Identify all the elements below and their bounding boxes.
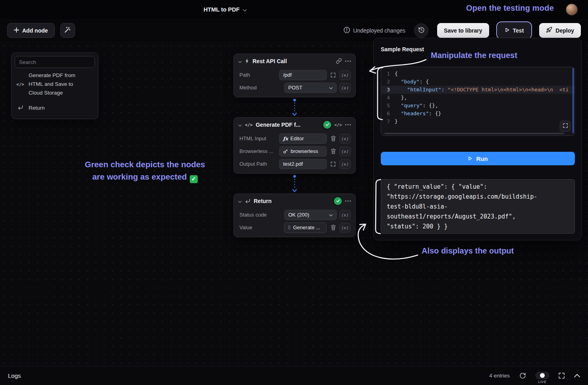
palette-item-generate-pdf[interactable]: </> Generate PDF from HTML and Save to C… — [15, 68, 95, 101]
annotation-open-testing-mode: Open the testing mode — [466, 4, 554, 13]
search-input[interactable] — [15, 56, 95, 68]
trash-icon[interactable] — [330, 148, 337, 154]
line-number: 1 — [381, 70, 395, 78]
save-to-library-label: Save to library — [444, 27, 482, 34]
undeployed-changes-label: Undeployed changes — [353, 27, 406, 34]
run-button[interactable]: Run — [381, 152, 575, 165]
info-icon — [343, 27, 350, 35]
more-options-icon[interactable] — [345, 124, 351, 126]
rocket-icon — [546, 27, 552, 34]
variable-binding-button[interactable]: (x) — [339, 223, 351, 232]
expand-icon[interactable] — [330, 73, 337, 77]
field-label: Status code — [239, 212, 267, 218]
method-value: POST — [288, 85, 302, 91]
more-options-icon[interactable] — [345, 60, 351, 62]
trash-icon[interactable] — [330, 224, 337, 230]
browserless-credential[interactable]: browserless — [279, 146, 327, 157]
node-palette: </> Generate PDF from HTML and Save to C… — [11, 52, 98, 119]
view-code-icon[interactable]: </> — [334, 122, 342, 127]
value-node-reference[interactable]: Generate ... — [284, 222, 327, 233]
node-rest-api-call[interactable]: Rest API Call Path /pdf (x) Method P — [233, 54, 356, 97]
more-options-icon[interactable] — [345, 200, 351, 202]
output-line: "https://storage.googleapis.com/buildshi… — [387, 192, 569, 202]
method-select[interactable]: POST — [284, 83, 337, 93]
code-line[interactable]: 2 "body": { — [381, 78, 575, 86]
node-title: Generate PDF f... — [256, 122, 301, 128]
variable-binding-button[interactable]: (x) — [339, 134, 351, 143]
palette-item-return[interactable]: Return — [15, 101, 95, 116]
variable-binding-button[interactable]: (x) — [339, 147, 351, 156]
node-title: Rest API Call — [253, 58, 287, 64]
variable-binding-button[interactable]: (x) — [339, 83, 351, 93]
field-row-method: Method POST (x) — [239, 82, 351, 93]
code-line[interactable]: 7} — [381, 118, 575, 126]
refresh-button[interactable] — [519, 372, 526, 379]
code-line[interactable]: 5 "query": {}, — [381, 102, 575, 110]
deploy-button[interactable]: Deploy — [539, 23, 581, 38]
field-label: HTML Input — [239, 135, 266, 141]
variable-binding-button[interactable]: (x) — [339, 210, 351, 220]
expand-icon — [563, 123, 568, 129]
node-return[interactable]: Return Status code OK (200) (x) Value — [233, 193, 356, 237]
editor-horizontal-scrollbar[interactable] — [384, 133, 564, 134]
value-reference-label: Generate ... — [293, 224, 320, 230]
node-header[interactable]: </> Generate PDF f... </> — [234, 118, 355, 132]
code-text: }, — [395, 94, 407, 102]
chevron-down-icon — [329, 212, 333, 218]
request-code-editor[interactable]: 1{2 "body": {3 "htmlInput": "<!DOCTYPE h… — [381, 67, 575, 136]
output-path-input[interactable]: test2.pdf — [279, 159, 327, 169]
editor-expand-button[interactable] — [560, 121, 571, 132]
output-line: southeast1/reports/August_2023.pdf", — [387, 212, 569, 222]
field-row-html-input: HTML Input ƒx Editor (x) — [239, 133, 351, 144]
editor-scrollbar[interactable] — [573, 68, 574, 133]
variable-binding-button[interactable]: (x) — [339, 159, 351, 169]
code-line[interactable]: 6 "headers": {} — [381, 110, 575, 118]
connector-arrow — [292, 99, 297, 117]
magic-wand-button[interactable] — [60, 23, 75, 38]
save-to-library-button[interactable]: Save to library — [437, 23, 489, 38]
path-input[interactable]: /pdf — [279, 70, 327, 80]
add-node-button[interactable]: Add node — [7, 23, 55, 38]
topbar: HTML to PDF Open the testing mode — [0, 0, 588, 19]
status-code-select[interactable]: OK (200) — [284, 210, 337, 220]
field-label: Value — [239, 224, 252, 230]
node-body: Status code OK (200) (x) Value Generate … — [234, 208, 355, 237]
avatar[interactable] — [566, 4, 578, 15]
node-header[interactable]: Return — [234, 194, 355, 208]
html-input-editor-button[interactable]: ƒx Editor — [279, 133, 327, 144]
field-label: Method — [239, 85, 256, 91]
field-row-path: Path /pdf (x) — [239, 70, 351, 80]
field-label: Path — [239, 72, 250, 78]
code-text: "headers": {} — [395, 110, 441, 118]
check-emoji: ✓ — [190, 175, 198, 183]
path-value: /pdf — [283, 72, 292, 78]
code-line[interactable]: 4 }, — [381, 94, 575, 102]
code-text: "htmlInput": "<!DOCTYPE html>\n<html>\n<… — [395, 86, 569, 94]
code-text: } — [395, 118, 398, 126]
variable-binding-button[interactable]: (x) — [339, 70, 351, 80]
trash-icon[interactable] — [330, 135, 337, 141]
line-number: 4 — [381, 94, 395, 102]
link-icon[interactable] — [336, 58, 342, 64]
node-generate-pdf[interactable]: </> Generate PDF f... </> HTML Input ƒx … — [233, 117, 356, 174]
expand-icon[interactable] — [330, 162, 337, 166]
run-output[interactable]: { "return_value": { "value": "https://st… — [381, 179, 575, 234]
workflow-title-dropdown[interactable]: HTML to PDF — [204, 0, 247, 19]
fullscreen-button[interactable] — [559, 373, 565, 379]
logs-label[interactable]: Logs — [8, 372, 21, 379]
history-button[interactable] — [414, 23, 428, 38]
chevron-down-icon[interactable] — [238, 58, 242, 65]
test-button[interactable]: Test — [498, 23, 531, 38]
annotation-line: are working as expected✓ — [60, 170, 229, 183]
collapse-panel-button[interactable] — [574, 374, 580, 377]
success-check-icon — [323, 121, 331, 129]
code-line[interactable]: 3 "htmlInput": "<!DOCTYPE html>\n<html>\… — [381, 86, 575, 94]
chevron-down-icon — [243, 6, 247, 13]
chevron-down-icon[interactable] — [238, 121, 242, 128]
code-line[interactable]: 1{ — [381, 70, 575, 78]
play-icon — [505, 27, 510, 34]
lightning-icon — [245, 58, 249, 64]
chevron-down-icon[interactable] — [238, 197, 242, 205]
live-toggle[interactable] — [536, 372, 549, 379]
node-header[interactable]: Rest API Call — [234, 54, 355, 68]
